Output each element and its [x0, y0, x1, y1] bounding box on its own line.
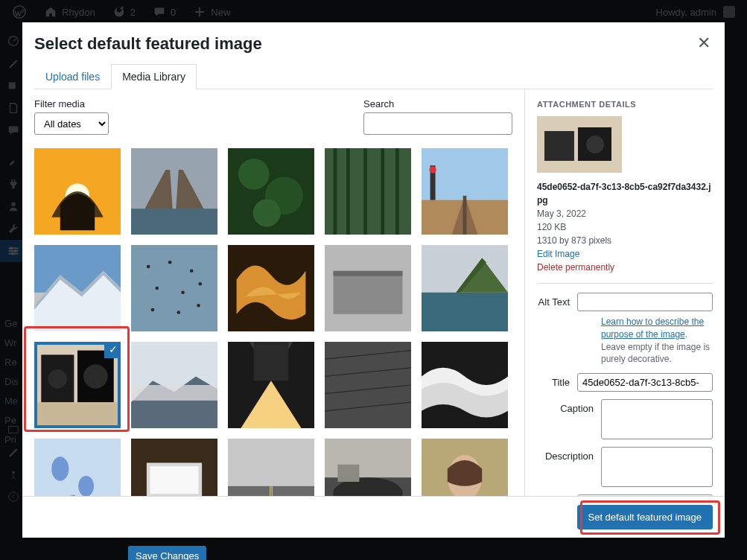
- media-thumb-green-foliage[interactable]: [228, 148, 314, 235]
- search-label: Search: [363, 98, 512, 109]
- alt-text-label: Alt Text: [537, 293, 570, 308]
- svg-rect-67: [254, 342, 288, 381]
- attachment-filename: 45de0652-da7f-3c13-8cb5-ca92f7da3432.jpg: [537, 180, 713, 207]
- media-thumb-autumn-leaves[interactable]: [228, 245, 314, 331]
- caption-input[interactable]: [601, 399, 713, 439]
- svg-point-58: [83, 364, 107, 388]
- media-thumb-bamboo-forest[interactable]: [325, 148, 411, 235]
- svg-rect-49: [334, 271, 403, 314]
- attachment-details-title: ATTACHMENT DETAILS: [537, 100, 713, 109]
- svg-rect-91: [337, 465, 359, 482]
- media-library-pane: Filter media All dates Search ✓: [22, 89, 525, 508]
- svg-point-43: [198, 282, 202, 286]
- media-thumb-grayscale-texture[interactable]: [325, 342, 411, 428]
- media-grid: ✓: [34, 148, 512, 508]
- svg-rect-87: [325, 439, 411, 477]
- attachment-date: May 3, 2022: [537, 207, 713, 220]
- svg-point-46: [197, 304, 200, 308]
- svg-point-98: [586, 136, 604, 153]
- svg-point-42: [181, 290, 185, 294]
- media-thumb-cliff-coast[interactable]: [422, 245, 508, 331]
- media-modal: ✕ Select default featured image Upload f…: [22, 22, 725, 538]
- media-thumb-sunset-heart[interactable]: [34, 148, 121, 235]
- svg-rect-52: [422, 293, 508, 331]
- title-label: Title: [537, 373, 570, 388]
- svg-rect-37: [131, 245, 217, 331]
- media-thumb-gray-architecture[interactable]: [325, 245, 411, 331]
- svg-rect-23: [334, 148, 337, 235]
- tab-media-library[interactable]: Media Library: [111, 64, 197, 89]
- svg-rect-60: [34, 402, 121, 428]
- svg-rect-26: [381, 148, 384, 235]
- svg-rect-96: [544, 131, 574, 161]
- delete-permanently-link[interactable]: Delete permanently: [537, 261, 713, 274]
- media-thumb-canal-buildings[interactable]: [131, 148, 217, 235]
- svg-point-59: [48, 369, 68, 389]
- svg-rect-61: [131, 342, 217, 385]
- set-default-featured-image-button[interactable]: Set default featured image: [577, 505, 713, 529]
- title-input[interactable]: [577, 373, 713, 392]
- save-changes-button[interactable]: Save Changes: [128, 546, 206, 560]
- svg-point-33: [429, 166, 436, 173]
- svg-rect-27: [395, 148, 399, 235]
- media-thumb-snow-mountain[interactable]: [34, 245, 121, 331]
- checkmark-icon[interactable]: ✓: [104, 342, 121, 358]
- filter-dates-select[interactable]: All dates: [34, 112, 109, 135]
- svg-point-75: [51, 456, 69, 480]
- media-thumb-ocean-waves[interactable]: [422, 342, 508, 428]
- svg-point-40: [190, 269, 194, 273]
- svg-point-45: [177, 311, 180, 314]
- details-divider: [537, 283, 713, 284]
- svg-point-19: [238, 159, 270, 190]
- attachment-dimensions: 1310 by 873 pixels: [537, 234, 713, 247]
- svg-point-38: [147, 265, 150, 269]
- media-thumb-camera-gear[interactable]: ✓: [34, 342, 121, 428]
- alt-text-input[interactable]: [577, 293, 713, 311]
- alt-text-help: Learn how to describe the purpose of the…: [601, 316, 713, 366]
- modal-tabs: Upload files Media Library: [34, 64, 713, 89]
- svg-point-21: [253, 199, 281, 226]
- svg-point-41: [155, 287, 159, 290]
- svg-rect-25: [363, 148, 367, 235]
- media-thumb-tunnel-hall[interactable]: [228, 342, 314, 428]
- attachment-details-pane: ATTACHMENT DETAILS 45de0652-da7f-3c13-8c…: [525, 89, 725, 508]
- modal-footer: Set default featured image: [22, 496, 725, 538]
- caption-label: Caption: [537, 399, 594, 414]
- attachment-filesize: 120 KB: [537, 220, 713, 234]
- tab-upload-files[interactable]: Upload files: [34, 64, 111, 89]
- svg-rect-82: [228, 439, 314, 486]
- svg-rect-24: [346, 148, 350, 235]
- media-thumb-railway-tracks[interactable]: [422, 148, 508, 235]
- close-button[interactable]: ✕: [690, 30, 717, 57]
- filter-media-label: Filter media: [34, 98, 109, 109]
- description-input[interactable]: [601, 447, 713, 487]
- attachment-meta: 45de0652-da7f-3c13-8cb5-ca92f7da3432.jpg…: [537, 180, 713, 274]
- svg-rect-50: [334, 271, 403, 276]
- description-label: Description: [537, 447, 594, 462]
- modal-title: Select default featured image: [34, 34, 713, 54]
- media-thumb-birds-sky[interactable]: [131, 245, 217, 331]
- svg-rect-17: [131, 209, 217, 235]
- svg-rect-63: [131, 385, 217, 401]
- svg-point-76: [78, 476, 94, 497]
- media-thumb-mountain-clouds[interactable]: [131, 342, 217, 428]
- edit-image-link[interactable]: Edit Image: [537, 247, 713, 261]
- svg-point-39: [168, 261, 172, 264]
- svg-point-44: [151, 308, 155, 312]
- svg-rect-31: [463, 196, 467, 235]
- alt-help-link[interactable]: Learn how to describe the purpose of the…: [601, 316, 704, 340]
- svg-rect-80: [150, 466, 199, 494]
- search-input[interactable]: [363, 112, 512, 135]
- attachment-preview-thumb: [537, 116, 622, 173]
